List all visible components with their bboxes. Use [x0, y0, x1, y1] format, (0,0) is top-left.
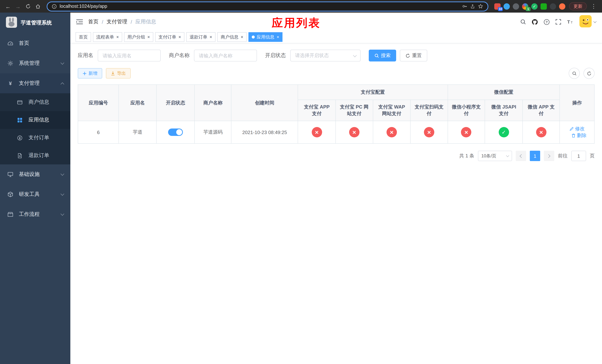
tab-user-group[interactable]: 用户分组 ×	[124, 32, 153, 42]
close-icon[interactable]: ×	[116, 35, 119, 39]
close-icon[interactable]: ×	[178, 35, 181, 39]
extension-icon-6[interactable]	[540, 3, 547, 10]
cell-merchant: 芋道源码	[195, 121, 231, 143]
help-icon[interactable]: ?	[544, 19, 550, 25]
reset-button-label: 重置	[412, 52, 422, 59]
sidebar-item-label: 研发工具	[19, 191, 40, 198]
sidebar-item-infra[interactable]: 基础设施	[0, 164, 70, 184]
user-menu[interactable]	[580, 15, 596, 29]
col-header-app-name: 应用名	[119, 85, 156, 121]
extension-icon-2[interactable]	[504, 3, 510, 10]
sidebar-item-app-info[interactable]: 应用信息	[0, 111, 70, 129]
header-search-icon[interactable]	[520, 19, 526, 25]
browser-menu-icon[interactable]: ⋮	[588, 3, 599, 10]
breadcrumb-item-home[interactable]: 首页	[88, 19, 98, 25]
show-search-button[interactable]	[569, 68, 580, 79]
sidebar-item-label: 首页	[19, 40, 29, 47]
card-icon	[17, 99, 24, 105]
reset-button[interactable]: 重置	[400, 50, 427, 62]
github-icon[interactable]	[532, 19, 538, 25]
sidebar-item-payment[interactable]: ¥ 支付管理	[0, 73, 70, 93]
tab-merchant-info[interactable]: 商户信息 ×	[217, 32, 247, 42]
sidebar-item-label: 应用信息	[29, 117, 49, 123]
fullscreen-icon[interactable]	[555, 19, 561, 25]
close-icon[interactable]: ×	[241, 35, 243, 39]
tab-home[interactable]: 首页	[75, 32, 91, 42]
page-title: 应用列表	[272, 16, 321, 31]
chevron-up-icon	[61, 82, 64, 86]
sidebar-toggle-icon[interactable]	[76, 19, 83, 25]
status-select[interactable]: 请选择开启状态	[290, 50, 361, 62]
svg-text:¥: ¥	[9, 81, 12, 86]
url-bar[interactable]: localhost:1024/pay/app	[47, 1, 488, 11]
col-header-actions: 操作	[560, 85, 594, 121]
extension-icon-8[interactable]	[559, 3, 565, 10]
browser-forward-button[interactable]: →	[13, 1, 23, 11]
url-text[interactable]: localhost:1024/pay/app	[60, 4, 459, 9]
tab-label: 应用信息	[257, 34, 274, 40]
browser-chrome: ← → localhost:1024/pay/app 10	[0, 0, 602, 13]
tab-app-info[interactable]: 应用信息 ×	[248, 32, 282, 42]
goto-page-input[interactable]	[571, 151, 586, 161]
export-button[interactable]: 导出	[106, 68, 131, 78]
extension-icon-3[interactable]	[513, 3, 519, 10]
prev-page-button[interactable]	[516, 151, 526, 161]
cell-app-id: 6	[78, 121, 119, 143]
font-size-icon[interactable]: TT	[567, 19, 574, 25]
extension-icon-4[interactable]: 1	[522, 3, 528, 10]
pay-order-icon	[17, 135, 24, 140]
next-page-button[interactable]	[544, 151, 554, 161]
sidebar-item-pay-order[interactable]: 支付订单	[0, 129, 70, 147]
sidebar-item-refund-order[interactable]: 退款订单	[0, 147, 70, 164]
sidebar-item-home[interactable]: 首页	[0, 33, 70, 53]
col-header-status: 开启状态	[156, 85, 194, 121]
browser-update-button[interactable]: 更新	[569, 2, 587, 10]
reload-icon	[25, 4, 31, 9]
add-button[interactable]: 新增	[78, 68, 102, 78]
tab-refund-order[interactable]: 退款订单 ×	[186, 32, 215, 42]
col-header-create-time: 创建时间	[231, 85, 298, 121]
edit-button[interactable]: 修改	[570, 126, 585, 132]
page-number-current[interactable]: 1	[530, 151, 540, 161]
tab-label: 商户信息	[221, 34, 238, 40]
browser-home-button[interactable]	[33, 1, 43, 11]
bookmark-star-icon[interactable]	[478, 4, 483, 9]
cell-create-time: 2021-10-23 08:49:25	[231, 121, 298, 143]
extension-icon-5[interactable]: ✓	[531, 3, 538, 10]
status-toggle[interactable]	[168, 128, 183, 136]
breadcrumb-item-payment[interactable]: 支付管理	[107, 19, 127, 25]
sidebar-item-system[interactable]: 系统管理	[0, 53, 70, 73]
search-button[interactable]: 搜索	[369, 50, 396, 62]
refresh-icon	[587, 71, 591, 76]
app-frame: 芋道管理系统 首页 系统管理 ¥ 支付管理	[0, 13, 602, 364]
close-icon[interactable]: ×	[210, 35, 212, 39]
browser-back-button[interactable]: ←	[3, 1, 13, 11]
total-count: 共 1 条	[459, 152, 474, 159]
tab-pay-order[interactable]: 支付订单 ×	[155, 32, 184, 42]
key-icon[interactable]	[462, 4, 467, 9]
sidebar-item-merchant-info[interactable]: 商户信息	[0, 93, 70, 111]
avatar[interactable]	[580, 15, 592, 29]
status-label: 开启状态	[265, 52, 286, 59]
tab-process-form[interactable]: 流程表单 ×	[93, 32, 122, 42]
refresh-icon	[405, 53, 410, 58]
breadcrumb: 首页 / 支付管理 / 应用信息	[88, 19, 156, 25]
trash-icon	[571, 133, 576, 138]
info-icon[interactable]	[52, 4, 57, 9]
sidebar-item-dev-tools[interactable]: 研发工具	[0, 184, 70, 204]
refresh-table-button[interactable]	[583, 68, 595, 79]
merchant-name-input[interactable]	[194, 50, 257, 62]
close-icon[interactable]: ×	[147, 35, 150, 39]
share-icon[interactable]	[470, 4, 475, 9]
extension-icon-7[interactable]	[550, 3, 556, 10]
close-icon[interactable]: ×	[277, 35, 279, 39]
delete-button[interactable]: 删除	[571, 132, 586, 139]
browser-reload-button[interactable]	[23, 1, 33, 11]
navbar-right: ? TT	[520, 15, 596, 29]
page-size-select[interactable]: 10条/页	[478, 151, 512, 161]
extension-icon-1[interactable]: 10	[494, 3, 501, 10]
export-button-label: 导出	[117, 70, 126, 76]
sidebar-logo-row: 芋道管理系统	[0, 13, 70, 33]
app-name-input[interactable]	[98, 50, 161, 62]
sidebar-item-workflow[interactable]: 工作流程	[0, 204, 70, 225]
